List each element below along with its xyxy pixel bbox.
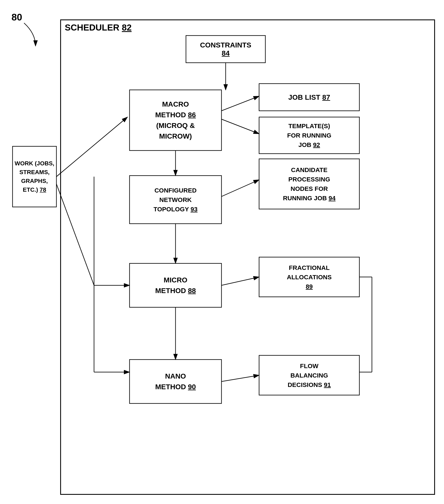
constraints-box: CONSTRAINTS 84: [186, 36, 265, 63]
macro-method-text: MACRO METHOD 86 (MICROQ & MICROW): [155, 99, 196, 142]
svg-line-6: [56, 117, 127, 177]
nano-method-box: NANO METHOD 90: [130, 360, 222, 403]
constraints-text: CONSTRAINTS 84: [200, 41, 251, 57]
svg-line-12: [222, 119, 259, 134]
flow-text: FLOW BALANCING DECISIONS 91: [288, 361, 331, 389]
micro-method-box: MICRO METHOD 88: [130, 263, 222, 307]
job-list-box: JOB LIST 87: [259, 84, 359, 111]
configured-text: CONFIGURED NETWORK TOPOLOGY 93: [154, 186, 198, 214]
templates-box: TEMPLATE(S) FOR RUNNING JOB 92: [259, 117, 359, 154]
svg-line-21: [222, 277, 259, 285]
configured-box: CONFIGURED NETWORK TOPOLOGY 93: [130, 176, 222, 224]
svg-line-15: [222, 180, 259, 197]
macro-method-box: MACRO METHOD 86 (MICROQ & MICROW): [130, 90, 222, 150]
templates-text: TEMPLATE(S) FOR RUNNING JOB 92: [287, 121, 331, 149]
svg-line-29: [222, 375, 259, 381]
svg-rect-2: [61, 20, 435, 494]
scheduler-label: SCHEDULER 82: [65, 23, 132, 33]
micro-method-text: MICRO METHOD 88: [155, 275, 196, 296]
diagram-label-80: 80: [12, 12, 22, 23]
svg-line-18: [56, 184, 94, 285]
svg-line-11: [222, 96, 259, 111]
work-box-text: WORK (JOBS, STREAMS, GRAPHS, ETC.) 78: [15, 159, 54, 194]
nano-method-text: NANO METHOD 90: [155, 371, 196, 392]
fractional-box: FRACTIONAL ALLOCATIONS 89: [259, 257, 359, 297]
fractional-text: FRACTIONAL ALLOCATIONS 89: [287, 263, 332, 291]
work-box: WORK (JOBS, STREAMS, GRAPHS, ETC.) 78: [13, 146, 56, 207]
candidate-box: CANDIDATE PROCESSING NODES FOR RUNNING J…: [259, 159, 359, 209]
job-list-text: JOB LIST 87: [288, 93, 330, 101]
candidate-text: CANDIDATE PROCESSING NODES FOR RUNNING J…: [283, 165, 336, 203]
flow-box: FLOW BALANCING DECISIONS 91: [259, 355, 359, 395]
